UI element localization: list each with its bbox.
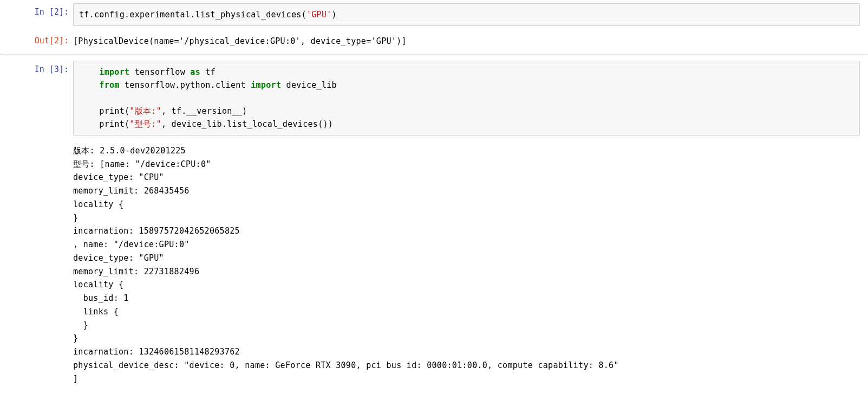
code-keyword: import bbox=[99, 67, 129, 77]
indent bbox=[79, 119, 99, 129]
cell-3[interactable]: In [3]: import tensorflow as tf from ten… bbox=[0, 55, 868, 139]
code-text: , device_lib.list_local_devices()) bbox=[161, 119, 333, 129]
indent bbox=[79, 67, 99, 77]
code-input[interactable]: tf.config.experimental.list_physical_dev… bbox=[73, 3, 860, 26]
prompt-out: Out[2]: bbox=[0, 32, 73, 51]
code-text: print( bbox=[99, 119, 129, 129]
code-string: 'GPU' bbox=[306, 10, 332, 20]
prompt-in: In [3]: bbox=[0, 61, 73, 136]
code-text: ) bbox=[332, 10, 337, 20]
cell-input-area: tf.config.experimental.list_physical_dev… bbox=[73, 3, 868, 26]
prompt-empty bbox=[0, 141, 73, 389]
code-keyword: import bbox=[251, 80, 281, 90]
output-content: [PhysicalDevice(name='/physical_device:G… bbox=[73, 32, 868, 51]
output-text: 版本: 2.5.0-dev20201225 型号: [name: "/devic… bbox=[73, 141, 860, 389]
code-string: "版本:" bbox=[129, 106, 161, 116]
code-keyword: as bbox=[190, 67, 200, 77]
code-text: device_lib bbox=[281, 80, 337, 90]
code-text: tensorflow.python.client bbox=[120, 80, 251, 90]
prompt-in: In [2]: bbox=[0, 3, 73, 26]
code-text: tf.config.experimental.list_physical_dev… bbox=[79, 10, 306, 20]
code-string: "型号:" bbox=[129, 119, 161, 129]
indent bbox=[79, 80, 99, 90]
output-text: [PhysicalDevice(name='/physical_device:G… bbox=[73, 32, 860, 51]
indent bbox=[79, 106, 99, 116]
cell-2[interactable]: In [2]: tf.config.experimental.list_phys… bbox=[0, 0, 868, 29]
cell-input-area: import tensorflow as tf from tensorflow.… bbox=[73, 61, 868, 136]
notebook: In [2]: tf.config.experimental.list_phys… bbox=[0, 0, 868, 391]
code-text: tensorflow bbox=[129, 67, 190, 77]
code-text: print( bbox=[99, 106, 129, 116]
output-content: 版本: 2.5.0-dev20201225 型号: [name: "/devic… bbox=[73, 141, 868, 389]
code-text: , tf.__version__) bbox=[161, 106, 247, 116]
code-input[interactable]: import tensorflow as tf from tensorflow.… bbox=[73, 61, 860, 136]
cell-3-output: 版本: 2.5.0-dev20201225 型号: [name: "/devic… bbox=[0, 139, 868, 391]
code-text: tf bbox=[200, 67, 216, 77]
code-keyword: from bbox=[99, 80, 119, 90]
cell-2-output: Out[2]: [PhysicalDevice(name='/physical_… bbox=[0, 29, 868, 54]
